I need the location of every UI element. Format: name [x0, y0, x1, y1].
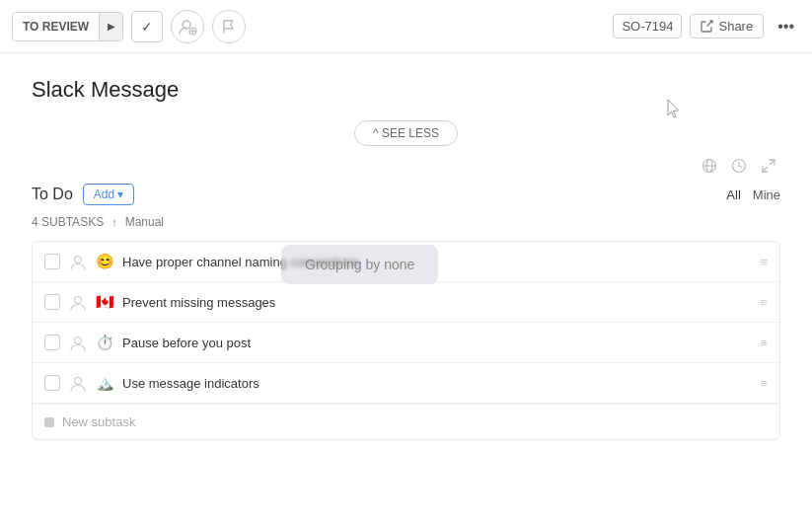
see-less-label: ^ SEE LESS [373, 126, 439, 140]
see-less-bar: ^ SEE LESS [32, 120, 780, 146]
share-icon [701, 20, 713, 33]
toolbar: TO REVIEW ▶ ✓ SO-7194 Share ••• [0, 0, 812, 53]
new-subtask-bullet-icon [44, 417, 54, 427]
checkmark-icon: ✓ [141, 19, 153, 35]
table-row: 🇨🇦 Prevent missing messages ≡ [33, 282, 779, 323]
expand-icon[interactable] [761, 158, 776, 178]
todo-title: To Do [32, 186, 73, 203]
todo-header: To Do Add ▾ All Mine [32, 184, 780, 205]
share-label: Share [718, 19, 753, 34]
subtask-emoji-1: 😊 [96, 253, 114, 270]
subtask-text-1: Have proper channel naming conventions [122, 255, 752, 269]
svg-line-8 [771, 160, 775, 165]
svg-point-12 [75, 338, 82, 344]
ticket-id: SO-7194 [613, 14, 682, 38]
flag-button[interactable] [212, 10, 246, 43]
status-arrow-icon[interactable]: ▶ [99, 13, 122, 40]
svg-point-11 [75, 297, 82, 304]
subtask-lines-icon-3: ≡ [760, 336, 768, 350]
checkmark-button[interactable]: ✓ [131, 11, 163, 42]
subtask-checkbox-1[interactable] [44, 254, 60, 269]
subtask-text-2: Prevent missing messages [122, 295, 752, 310]
subtask-user-icon-4 [68, 373, 88, 393]
status-label: TO REVIEW [13, 13, 99, 40]
flag-icon [220, 18, 238, 36]
subtask-lines-icon-1: ≡ [760, 255, 768, 269]
subtask-checkbox-3[interactable] [44, 335, 60, 350]
right-icons-row [32, 158, 780, 178]
new-subtask-placeholder: New subtask [62, 414, 135, 429]
svg-point-13 [75, 378, 82, 385]
subtask-emoji-2: 🇨🇦 [96, 293, 114, 311]
sort-up-icon: ↑ [111, 216, 117, 228]
subtask-user-icon-1 [68, 252, 88, 271]
subtask-text-3: Pause before you post [122, 336, 752, 350]
globe-icon[interactable] [701, 158, 717, 178]
subtask-lines-icon-2: ≡ [760, 295, 768, 310]
subtask-list: 😊 Have proper channel naming conventions… [32, 241, 780, 440]
svg-point-10 [75, 257, 82, 263]
subtask-emoji-3: ⏱️ [96, 334, 114, 351]
subtask-checkbox-2[interactable] [44, 294, 60, 310]
add-label: Add [94, 188, 114, 201]
history-icon[interactable] [731, 158, 747, 178]
subtasks-info: 4 SUBTASKS ↑ Manual [32, 215, 780, 229]
status-button[interactable]: TO REVIEW ▶ [12, 12, 123, 41]
subtask-emoji-4: 🏔️ [96, 374, 114, 392]
view-all-tab[interactable]: All [726, 188, 740, 202]
subtask-text-4: Use message indicators [122, 376, 752, 391]
add-chevron-icon: ▾ [117, 188, 123, 201]
table-row: 🏔️ Use message indicators ≡ [33, 363, 779, 404]
subtask-user-icon-2 [68, 292, 88, 312]
add-button[interactable]: Add ▾ [83, 184, 134, 205]
new-subtask-row[interactable]: New subtask [33, 404, 779, 439]
table-row: ⏱️ Pause before you post ≡ [33, 323, 779, 363]
table-row: 😊 Have proper channel naming conventions… [33, 242, 779, 282]
subtasks-count: 4 SUBTASKS [32, 215, 104, 229]
see-less-button[interactable]: ^ SEE LESS [354, 120, 458, 146]
add-people-icon [178, 17, 197, 37]
more-button[interactable]: ••• [772, 14, 800, 39]
view-mine-tab[interactable]: Mine [753, 188, 780, 202]
share-button[interactable]: Share [690, 14, 764, 38]
toolbar-right: SO-7194 Share ••• [613, 14, 800, 39]
page-title: Slack Message [32, 77, 780, 103]
subtask-user-icon-3 [68, 333, 88, 352]
svg-line-9 [763, 168, 768, 173]
add-people-button[interactable] [171, 10, 204, 43]
sort-label: Manual [125, 215, 164, 229]
main-content: Slack Message ^ SEE LESS [0, 53, 812, 456]
view-toggle: All Mine [726, 188, 780, 202]
subtask-checkbox-4[interactable] [44, 375, 60, 391]
subtask-lines-icon-4: ≡ [760, 376, 768, 391]
